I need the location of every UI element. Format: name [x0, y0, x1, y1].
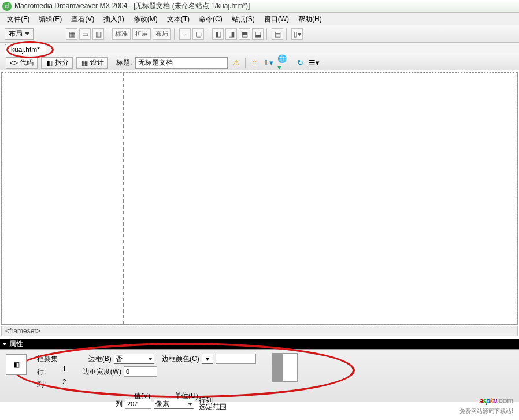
border-label: 边框(B): [83, 354, 112, 364]
validate-icon[interactable]: ⚠: [231, 58, 242, 68]
rows-label: 行:: [37, 367, 46, 377]
file-tab[interactable]: kuaj.htm*: [5, 44, 46, 55]
split-icon: ◧: [45, 59, 53, 67]
border-select[interactable]: 否: [114, 354, 154, 364]
border-color-input[interactable]: [216, 354, 256, 364]
chevron-down-icon: [25, 32, 29, 35]
title-input[interactable]: [135, 57, 228, 69]
menu-bar: 文件(F) 编辑(E) 查看(V) 插入(I) 修改(M) 文本(T) 命令(C…: [0, 13, 519, 25]
tb-frame-right-icon[interactable]: ◨: [225, 28, 237, 40]
design-icon: ▦: [80, 59, 88, 67]
menu-site[interactable]: 站点(S): [228, 13, 258, 25]
watermark-sub: 免费网站源码下载站!: [459, 407, 513, 415]
menu-file[interactable]: 文件(F): [3, 13, 33, 25]
tb-frame-top-icon[interactable]: ⬒: [239, 28, 250, 40]
tb-cell-icon[interactable]: ▫: [179, 28, 191, 40]
tb-layer-icon[interactable]: ▢: [192, 28, 204, 40]
insert-toolbar: 布局 ▦ ▭ ▥ 标准 扩展 布局 ▫ ▢ ◧ ◨ ⬒ ⬓ ▤ ▯▾: [0, 25, 519, 43]
category-dropdown[interactable]: 布局: [5, 28, 34, 40]
tb-frame-left-icon[interactable]: ◧: [212, 28, 224, 40]
border-width-label: 边框宽度(W): [83, 367, 121, 377]
watermark-logo: aspku.com: [459, 389, 513, 407]
design-canvas[interactable]: [1, 72, 518, 325]
mode-layout-button[interactable]: 布局: [153, 28, 171, 40]
frameset-preview[interactable]: [272, 353, 298, 382]
col-value-input[interactable]: [125, 399, 151, 409]
frameset-label: 框架集: [37, 354, 58, 364]
menu-modify[interactable]: 修改(M): [130, 13, 161, 25]
title-text: Macromedia Dreamweaver MX 2004 - [无标题文档 …: [14, 1, 250, 11]
border-color-swatch[interactable]: ▾: [202, 354, 213, 364]
menu-insert[interactable]: 插入(I): [100, 13, 127, 25]
frameset-icon: ◧: [6, 354, 27, 375]
properties-panel: ◧ 框架集 行: 列: 1 2 边框(B) 否 边框宽度(W) 边框颜色(C) …: [0, 349, 519, 402]
menu-commands[interactable]: 命令(C): [195, 13, 226, 25]
cols-label: 列:: [37, 380, 46, 389]
split-view-button[interactable]: ◧拆分: [41, 57, 73, 69]
rows-value: 1: [62, 365, 66, 373]
tb-frame-bottom-icon[interactable]: ⬓: [252, 28, 264, 40]
design-view-button[interactable]: ▦设计: [76, 57, 108, 69]
cols-value: 2: [62, 378, 66, 386]
download-icon[interactable]: ⇩▾: [263, 58, 273, 68]
frame-divider[interactable]: [123, 72, 124, 324]
properties-title-bar[interactable]: 属性: [0, 339, 519, 349]
tb-tabular-icon[interactable]: ▤: [272, 28, 283, 40]
menu-help[interactable]: 帮助(H): [295, 13, 325, 25]
title-bar: d Macromedia Dreamweaver MX 2004 - [无标题文…: [0, 0, 519, 13]
tb-div-icon[interactable]: ▭: [79, 28, 91, 40]
options-icon[interactable]: ☰▾: [309, 58, 319, 68]
menu-window[interactable]: 窗口(W): [261, 13, 292, 25]
tb-table-icon[interactable]: ▦: [66, 28, 77, 40]
title-label: 标题:: [116, 58, 132, 68]
browser-icon[interactable]: 🌐▾: [277, 58, 287, 68]
units-select[interactable]: 像素: [154, 399, 194, 409]
tag-selector-bar: <frameset>: [1, 326, 518, 336]
mode-expanded-button[interactable]: 扩展: [132, 28, 151, 40]
col-label-2: 列: [116, 399, 123, 409]
border-width-input[interactable]: [124, 366, 157, 377]
border-color-label: 边框颜色(C): [162, 354, 199, 364]
menu-text[interactable]: 文本(T): [164, 13, 193, 25]
tb-frames-dropdown-icon[interactable]: ▯▾: [291, 28, 303, 40]
upload-icon[interactable]: ⇧: [249, 58, 260, 68]
refresh-icon[interactable]: ↻: [295, 58, 305, 68]
document-toolbar: <>代码 ◧拆分 ▦设计 标题: ⚠ ⇧ ⇩▾ 🌐▾ ↻ ☰▾: [0, 55, 519, 70]
tag-selector[interactable]: <frameset>: [5, 327, 40, 335]
menu-view[interactable]: 查看(V): [68, 13, 98, 25]
code-view-button[interactable]: <>代码: [6, 57, 38, 69]
frameset-outline: [2, 72, 517, 324]
code-icon: <>: [10, 59, 18, 67]
watermark: aspku.com 免费网站源码下载站!: [459, 389, 513, 415]
range-label: 选定范围: [199, 404, 227, 410]
collapse-icon: [2, 343, 7, 345]
file-tab-bar: kuaj.htm*: [0, 43, 519, 55]
mode-standard-button[interactable]: 标准: [112, 28, 131, 40]
tb-layout-icon[interactable]: ▥: [92, 28, 104, 40]
app-icon: d: [2, 2, 12, 11]
menu-edit[interactable]: 编辑(E): [35, 13, 65, 25]
